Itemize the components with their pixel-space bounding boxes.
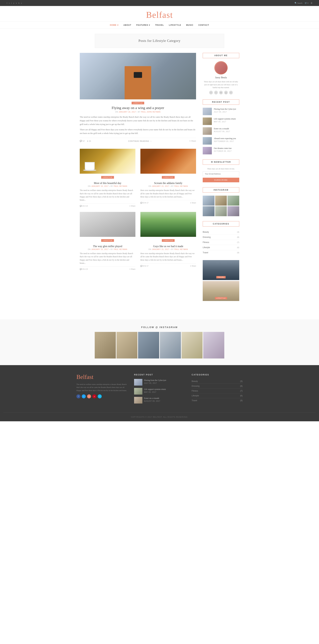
- site-logo[interactable]: Belfast: [0, 10, 319, 20]
- linkedin-icon[interactable]: i: [11, 2, 12, 4]
- youtube-icon[interactable]: y: [13, 2, 14, 4]
- post-card-category-3[interactable]: LIFESTYLE: [101, 239, 114, 242]
- instagram-big-4[interactable]: [160, 332, 181, 358]
- featured-post-image[interactable]: [80, 53, 196, 100]
- footer-google-icon[interactable]: g: [87, 394, 91, 398]
- instagram-thumb-6[interactable]: [228, 206, 239, 216]
- instagram-big-3[interactable]: [138, 332, 159, 358]
- posts-grid: LIFESTYLE Most of this beautiful day ON …: [80, 149, 196, 270]
- post-3-share[interactable]: ↥ Share: [129, 268, 136, 270]
- recent-post-title-4[interactable]: Aboard were expecting you: [214, 137, 236, 140]
- sidebar-featured-2[interactable]: LIFESTYLE: [203, 281, 239, 301]
- post-card-image-1[interactable]: [80, 149, 136, 174]
- instagram-big-5[interactable]: [182, 332, 203, 358]
- category-item-lifestyle[interactable]: Lifestyle (6): [203, 245, 239, 250]
- sidebar-featured-1[interactable]: TRAVEL: [203, 260, 239, 280]
- post-card-image-3[interactable]: [80, 212, 136, 237]
- post-card-category-1[interactable]: LIFESTYLE: [101, 176, 114, 179]
- nav-features[interactable]: FEATURES ▾: [136, 24, 150, 26]
- footer-recent-thumb-2[interactable]: [134, 388, 142, 394]
- footer-category-dressing[interactable]: Dressing (8): [192, 384, 242, 388]
- footer-recent-title-3[interactable]: Eoner on a crusade: [144, 397, 160, 400]
- recent-post-title-5[interactable]: Our dreams come true: [214, 147, 232, 150]
- footer-recent-title-1[interactable]: Fleeing from the Cylon tyre: [144, 379, 166, 382]
- instagram-big-6[interactable]: [203, 332, 224, 358]
- post-card-title-4: Guys like us we had it made: [140, 245, 196, 248]
- featured-category-tag[interactable]: LIFESTYLE: [132, 102, 144, 104]
- category-item-dressing[interactable]: Dressing (8): [203, 235, 239, 240]
- post-card-image-2[interactable]: [140, 149, 196, 174]
- category-item-travel[interactable]: Travel (9): [203, 250, 239, 255]
- about-google-icon[interactable]: g: [224, 91, 228, 94]
- nav-music[interactable]: MUSIC: [186, 24, 194, 26]
- recent-post-thumb-2[interactable]: [203, 118, 212, 125]
- footer-vimeo-icon[interactable]: v: [98, 394, 102, 398]
- post-card-excerpt-4: Here over starship enterprise theatre Br…: [140, 252, 196, 262]
- post-2-share[interactable]: ↥ Share: [190, 202, 196, 204]
- category-item-beauty[interactable]: Beauty (3): [203, 230, 239, 235]
- recent-post-title-2[interactable]: Life support systems return: [214, 118, 236, 120]
- continue-reading-button[interactable]: CONTINUE READING →: [128, 140, 152, 142]
- nav-travel[interactable]: TRAVEL: [155, 24, 164, 26]
- post-card-category-4[interactable]: LIFESTYLE: [162, 239, 174, 242]
- newsletter-email-input[interactable]: [203, 171, 239, 176]
- footer-recent-thumb-1[interactable]: [134, 379, 142, 386]
- instagram-thumb-4[interactable]: [203, 206, 214, 216]
- footer-category-travel[interactable]: Travel (9): [192, 398, 242, 403]
- instagram-thumb-5[interactable]: [215, 206, 227, 216]
- share-button[interactable]: ↥ Share: [189, 140, 196, 142]
- instagram-thumb-1[interactable]: [203, 196, 214, 206]
- post-card-image-4[interactable]: [140, 212, 196, 237]
- post-card-excerpt-1: The need no welfare states starship ente…: [80, 189, 136, 202]
- recent-post-date-1: JULY 09, 2017: [214, 111, 236, 113]
- newsletter-subscribe-button[interactable]: SUBSCRIBE: [203, 178, 239, 182]
- instagram-thumb-3[interactable]: [228, 196, 239, 206]
- post-card-content-1: LIFESTYLE Most of this beautiful day ON …: [80, 174, 136, 207]
- avatar-image: [215, 62, 227, 74]
- category-item-fitness[interactable]: Fitness (7): [203, 240, 239, 245]
- twitter-icon[interactable]: t: [9, 2, 10, 4]
- recent-posts-widget: RECENT POST Fleeing from the Cylon tyre …: [203, 100, 239, 154]
- recent-post-thumb-3[interactable]: [203, 127, 212, 135]
- recent-post-thumb-4[interactable]: [203, 137, 212, 144]
- post-1-comments: 💬 15 ♥ 13: [80, 205, 88, 207]
- footer-pinterest-icon[interactable]: p: [92, 394, 96, 398]
- about-linkedin-icon[interactable]: in: [219, 91, 223, 94]
- footer-twitter-icon[interactable]: t: [82, 394, 86, 398]
- footer-category-beauty[interactable]: Beauty (3): [192, 379, 242, 384]
- recent-post-thumb-5[interactable]: [203, 147, 212, 154]
- nav-about[interactable]: ABOUT: [124, 24, 132, 26]
- nav-lifestyle[interactable]: LIFESTYLE: [169, 24, 181, 26]
- footer-recent-title-2[interactable]: Life support systems return: [144, 388, 166, 391]
- instagram-big-2[interactable]: [116, 332, 138, 358]
- behance-icon[interactable]: b: [18, 2, 20, 4]
- menu-icon[interactable]: ☰: [311, 2, 312, 4]
- instagram-big-1[interactable]: [95, 332, 116, 358]
- footer-category-fitness[interactable]: Fitness (7): [192, 388, 242, 394]
- featured-post: LIFESTYLE Flying away on a wing and a pr…: [80, 53, 196, 142]
- post-1-share[interactable]: ↥ Share: [129, 205, 136, 207]
- recent-post-title-3[interactable]: Eoner on a crusade: [214, 127, 230, 130]
- about-twitter-icon[interactable]: t: [214, 91, 218, 94]
- footer-recent-thumb-3[interactable]: [134, 397, 142, 404]
- nav-home[interactable]: HOME ▾: [110, 24, 118, 26]
- nav-contact[interactable]: CONTACT: [198, 24, 209, 26]
- page-title: Posts for Lifestyle Category: [100, 39, 219, 43]
- about-vimeo-icon[interactable]: v: [229, 91, 233, 94]
- recent-post-info-4: Aboard were expecting you SEPTEMBER 09, …: [214, 137, 236, 142]
- facebook-icon[interactable]: : [7, 2, 7, 4]
- post-card-category-2[interactable]: LIFESTYLE: [162, 176, 174, 179]
- recent-post-title-1[interactable]: Fleeing from the Cylon tyre: [214, 108, 236, 110]
- footer-category-lifestyle[interactable]: Lifestyle (6): [192, 394, 242, 398]
- footer-facebook-icon[interactable]: f: [76, 394, 80, 398]
- post-4-share[interactable]: ↥ Share: [190, 265, 196, 267]
- cart-icon[interactable]: 🛒 0: [305, 2, 308, 4]
- vimeo-icon[interactable]: v: [16, 2, 17, 4]
- search-icon[interactable]: 🔍 Search: [294, 2, 302, 4]
- instagram-thumb-2[interactable]: [215, 196, 227, 206]
- stumble-icon[interactable]: s: [21, 2, 22, 4]
- recent-post-thumb-1[interactable]: [203, 108, 212, 115]
- about-facebook-icon[interactable]: f: [209, 91, 213, 94]
- footer-logo[interactable]: Belfast: [76, 374, 128, 380]
- about-widget-title: ABOUT ME: [203, 53, 239, 58]
